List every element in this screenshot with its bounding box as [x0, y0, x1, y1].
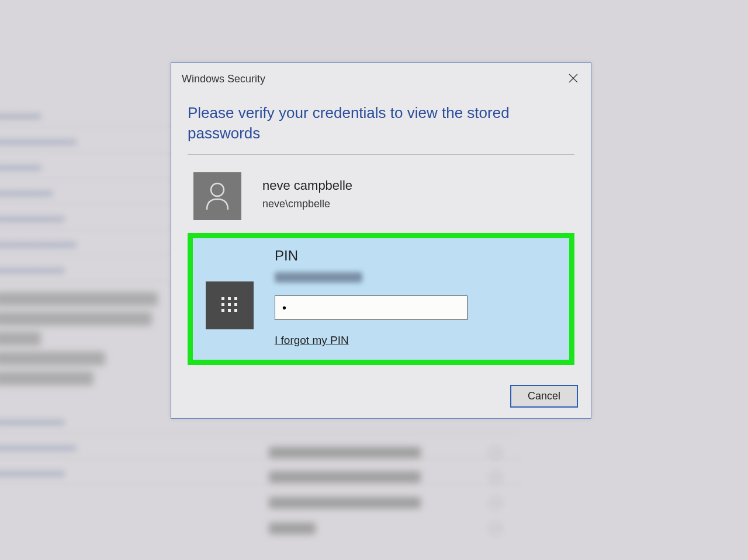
pin-hint-blurred — [275, 272, 362, 283]
close-icon — [569, 74, 578, 83]
pin-credential-option[interactable]: PIN I forgot my PIN — [188, 233, 574, 365]
forgot-pin-link[interactable]: I forgot my PIN — [275, 334, 556, 347]
person-icon — [205, 182, 230, 211]
user-account: neve\cmpbelle — [262, 198, 352, 210]
pin-input[interactable] — [275, 295, 468, 320]
user-display-name: neve campbelle — [262, 178, 352, 193]
pin-label: PIN — [275, 248, 556, 264]
cancel-button[interactable]: Cancel — [510, 385, 578, 408]
svg-rect-10 — [228, 309, 231, 312]
svg-rect-4 — [228, 297, 231, 300]
close-button[interactable] — [563, 69, 584, 89]
dialog-prompt: Please verify your credentials to view t… — [188, 103, 574, 155]
svg-rect-11 — [234, 309, 237, 312]
svg-point-2 — [211, 183, 224, 196]
svg-rect-7 — [228, 303, 231, 306]
user-credential-text: neve campbelle neve\cmpbelle — [262, 172, 352, 210]
pin-icon-box — [206, 281, 254, 329]
user-icon — [193, 172, 241, 220]
svg-rect-3 — [221, 297, 224, 300]
keypad-icon — [218, 294, 241, 317]
dialog-title: Windows Security — [182, 73, 265, 85]
dialog-body: Please verify your credentials to view t… — [171, 97, 591, 365]
windows-security-dialog: Windows Security Please verify your cred… — [171, 62, 591, 419]
dialog-footer: Cancel — [171, 385, 591, 418]
svg-rect-8 — [234, 303, 237, 306]
svg-rect-6 — [221, 303, 224, 306]
dialog-header: Windows Security — [171, 63, 591, 97]
svg-rect-5 — [234, 297, 237, 300]
pin-body: PIN I forgot my PIN — [275, 248, 556, 347]
user-credential-option[interactable]: neve campbelle neve\cmpbelle — [188, 170, 574, 222]
svg-rect-9 — [221, 309, 224, 312]
